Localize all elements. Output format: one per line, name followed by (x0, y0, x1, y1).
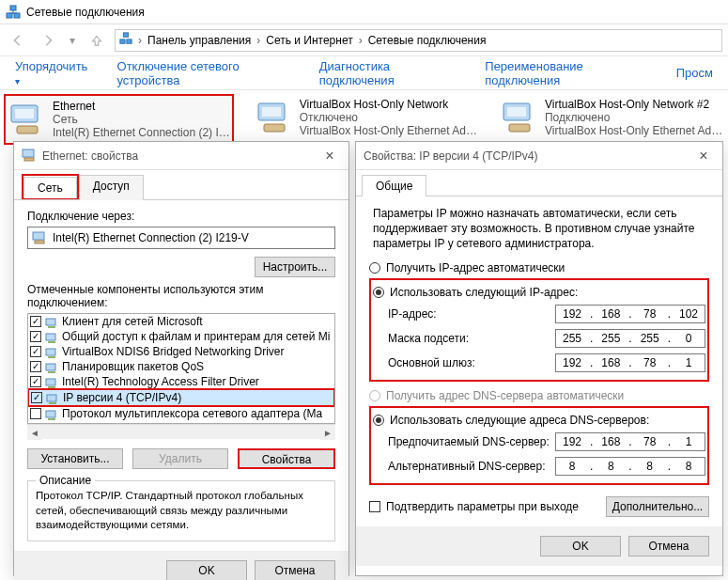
ip-octet[interactable]: 78 (634, 307, 666, 321)
close-button[interactable]: × (318, 148, 341, 165)
dialog-titlebar[interactable]: Ethernet: свойства × (14, 142, 349, 170)
breadcrumb-item[interactable]: Сетевые подключения (368, 34, 487, 47)
scroll-left-icon[interactable]: ◄ (27, 425, 42, 440)
adapter-icon (32, 229, 47, 247)
ip-octet[interactable]: 8 (673, 460, 705, 473)
view-button[interactable]: Просм (676, 66, 713, 80)
advanced-button[interactable]: Дополнительно... (606, 496, 709, 517)
up-button[interactable] (85, 28, 109, 53)
organize-menu[interactable]: Упорядочить (15, 59, 89, 87)
ok-button[interactable]: OK (540, 536, 621, 556)
ip-dot: . (666, 332, 673, 345)
checkbox-icon[interactable]: ✓ (30, 346, 41, 357)
svg-rect-31 (47, 395, 56, 401)
ip-octet[interactable]: 168 (595, 307, 627, 321)
configure-button[interactable]: Настроить... (255, 257, 335, 277)
disable-device-button[interactable]: Отключение сетевого устройства (117, 59, 291, 87)
svg-rect-28 (48, 371, 55, 373)
svg-rect-26 (48, 356, 55, 358)
ethernet-properties-dialog: Ethernet: свойства × Сеть Доступ Подключ… (13, 141, 349, 576)
component-item[interactable]: Протокол мультиплексора сетевого адаптер… (28, 406, 334, 421)
chevron-right-icon[interactable]: › (136, 34, 144, 47)
gateway-input[interactable]: 192.168.78.1 (555, 353, 705, 372)
history-dropdown[interactable]: ▾ (66, 28, 79, 53)
component-icon (45, 360, 58, 373)
rename-button[interactable]: Переименование подключения (485, 59, 647, 87)
breadcrumb-item[interactable]: Сеть и Интернет (266, 34, 352, 47)
close-button[interactable]: × (692, 148, 715, 165)
diagnose-button[interactable]: Диагностика подключения (319, 59, 457, 87)
connection-item-vbox2[interactable]: VirtualBox Host-Only Network #2 Подключе… (498, 94, 724, 145)
horizontal-scrollbar[interactable]: ◄ ► (27, 424, 335, 439)
checkbox-icon[interactable]: ✓ (30, 361, 41, 372)
back-button[interactable] (6, 28, 30, 53)
chevron-right-icon[interactable]: › (255, 34, 262, 47)
install-button[interactable]: Установить... (27, 448, 123, 469)
ip-octet[interactable]: 168 (595, 356, 627, 369)
uninstall-button[interactable]: Удалить (132, 448, 228, 469)
ip-octet[interactable]: 102 (673, 307, 705, 321)
ip-octet[interactable]: 192 (556, 307, 588, 321)
chevron-right-icon[interactable]: › (357, 34, 364, 47)
titlebar[interactable]: Сетевые подключения (0, 0, 728, 24)
dialog-titlebar[interactable]: Свойства: IP версии 4 (TCP/IPv4) × (356, 142, 722, 170)
ip-octet[interactable]: 1 (673, 435, 705, 448)
properties-button[interactable]: Свойства (238, 448, 335, 469)
ok-button[interactable]: OK (166, 560, 247, 580)
subnet-mask-input[interactable]: 255.255.255.0 (555, 329, 705, 348)
checkbox-icon[interactable] (30, 408, 41, 419)
svg-rect-32 (49, 402, 56, 404)
tabs: Общие (356, 170, 722, 196)
preferred-dns-input[interactable]: 192.168.78.1 (555, 432, 705, 451)
ip-octet[interactable]: 78 (634, 356, 666, 369)
component-item[interactable]: ✓IP версии 4 (TCP/IPv4) (27, 388, 335, 407)
validate-checkbox[interactable]: Подтвердить параметры при выходе (369, 500, 579, 513)
ip-octet[interactable]: 8 (634, 460, 666, 473)
checkbox-icon[interactable]: ✓ (30, 376, 41, 387)
ip-address-input[interactable]: 192.168.78.102 (555, 305, 705, 323)
ip-dot: . (666, 435, 673, 448)
alternate-dns-input[interactable]: 8.8.8.8 (555, 457, 705, 476)
breadcrumb-item[interactable]: Панель управления (147, 34, 251, 47)
tab-access[interactable]: Доступ (79, 175, 144, 200)
connection-item-ethernet[interactable]: Ethernet Сеть Intel(R) Ethernet Connecti… (4, 94, 234, 145)
cancel-button[interactable]: Отмена (255, 560, 335, 580)
component-item[interactable]: ✓VirtualBox NDIS6 Bridged Networking Dri… (28, 344, 334, 359)
tabs: Сеть Доступ (14, 170, 349, 200)
component-label: Intel(R) Technology Access Filter Driver (62, 375, 259, 388)
cancel-button[interactable]: Отмена (628, 536, 709, 556)
gateway-label: Основной шлюз: (388, 356, 555, 369)
ip-octet[interactable]: 255 (556, 332, 588, 345)
scroll-right-icon[interactable]: ► (320, 425, 335, 440)
ip-octet[interactable]: 0 (673, 332, 705, 345)
component-item[interactable]: ✓Планировщик пакетов QoS (28, 359, 334, 374)
address-bar[interactable]: › Панель управления › Сеть и Интернет › … (115, 29, 722, 52)
ip-octet[interactable]: 192 (556, 356, 588, 369)
radio-manual-dns[interactable]: Использовать следующие адреса DNS-сервер… (373, 414, 705, 427)
radio-label: Использовать следующие адреса DNS-сервер… (390, 414, 649, 427)
ip-octet[interactable]: 192 (556, 435, 588, 448)
tab-network[interactable]: Сеть (23, 177, 77, 198)
component-item[interactable]: ✓Клиент для сетей Microsoft (28, 314, 334, 329)
ip-octet[interactable]: 78 (634, 435, 666, 448)
radio-manual-ip[interactable]: Использовать следующий IP-адрес: (373, 286, 705, 299)
component-item[interactable]: ✓Общий доступ к файлам и принтерам для с… (28, 329, 334, 344)
ip-octet[interactable]: 8 (595, 460, 627, 473)
ip-octet[interactable]: 255 (634, 332, 666, 345)
ip-octet[interactable]: 168 (595, 435, 627, 448)
ip-octet[interactable]: 255 (595, 332, 627, 345)
tab-general[interactable]: Общие (362, 175, 426, 196)
ip-octet[interactable]: 1 (673, 356, 705, 369)
svg-rect-10 (17, 126, 38, 133)
forward-button[interactable] (36, 28, 60, 53)
connection-status: Сеть (53, 113, 230, 126)
ip-octet[interactable]: 8 (556, 460, 588, 473)
dialog-title: Ethernet: свойства (42, 149, 318, 163)
component-item[interactable]: ✓Intel(R) Technology Access Filter Drive… (28, 374, 334, 389)
checkbox-icon[interactable]: ✓ (30, 316, 41, 327)
components-list[interactable]: ✓Клиент для сетей Microsoft✓Общий доступ… (27, 313, 335, 424)
checkbox-icon[interactable]: ✓ (31, 392, 42, 403)
connection-item-vbox1[interactable]: VirtualBox Host-Only Network Отключено V… (253, 94, 479, 145)
radio-auto-ip[interactable]: Получить IP-адрес автоматически (369, 261, 709, 274)
checkbox-icon[interactable]: ✓ (30, 331, 41, 342)
